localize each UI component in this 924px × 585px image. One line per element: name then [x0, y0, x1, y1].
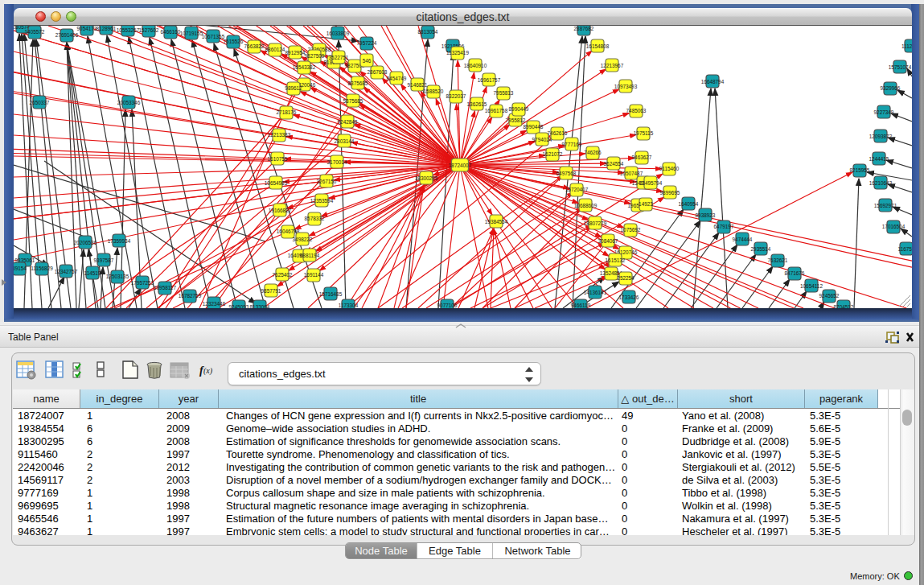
svg-text:9899695: 9899695 [660, 190, 680, 196]
svg-text:2935514: 2935514 [751, 246, 771, 252]
svg-text:1362615: 1362615 [467, 101, 487, 107]
svg-text:18724007: 18724007 [449, 163, 472, 168]
svg-text:3498222: 3498222 [293, 237, 313, 242]
svg-text:8133064: 8133064 [250, 304, 270, 308]
svg-text:8454749: 8454749 [387, 76, 407, 81]
svg-text:9777169: 9777169 [562, 142, 582, 147]
svg-text:16782759: 16782759 [179, 293, 202, 299]
svg-text:10671355: 10671355 [202, 34, 225, 39]
svg-text:9054173: 9054173 [77, 26, 97, 31]
svg-text:12353594: 12353594 [310, 198, 334, 204]
svg-text:10688609: 10688609 [574, 203, 598, 208]
svg-text:7663822: 7663822 [244, 43, 265, 49]
svg-text:8912954: 8912954 [285, 50, 306, 56]
svg-text:1075692: 1075692 [621, 227, 641, 233]
svg-text:8375685: 8375685 [348, 80, 368, 86]
svg-text:15692971: 15692971 [874, 203, 897, 208]
svg-text:8471676: 8471676 [785, 270, 805, 276]
svg-text:7632621: 7632621 [768, 257, 788, 263]
svg-text:18300295: 18300295 [415, 175, 438, 181]
svg-text:7515526: 7515526 [224, 39, 244, 44]
svg-text:17957253: 17957253 [131, 280, 154, 286]
svg-text:10654112: 10654112 [800, 283, 823, 289]
svg-text:2887682: 2887682 [574, 26, 594, 31]
svg-text:15716485: 15716485 [319, 291, 343, 297]
svg-text:1588520: 1588520 [424, 89, 444, 94]
svg-text:8990449: 8990449 [509, 106, 529, 112]
svg-text:12503135: 12503135 [106, 274, 129, 279]
svg-text:3084067: 3084067 [598, 238, 618, 244]
svg-text:8813054: 8813054 [418, 29, 438, 35]
svg-text:8215955: 8215955 [850, 167, 870, 173]
svg-text:18807279: 18807279 [584, 220, 607, 226]
svg-text:9242848: 9242848 [338, 119, 358, 125]
svg-text:15720407: 15720407 [565, 187, 589, 192]
svg-text:12342757: 12342757 [55, 269, 78, 274]
svg-text:14136141: 14136141 [584, 290, 607, 295]
svg-text:39154: 39154 [14, 266, 27, 271]
svg-text:116753: 116753 [898, 246, 912, 252]
svg-text:12213383: 12213383 [268, 132, 291, 138]
svg-text:1691144: 1691144 [304, 272, 324, 278]
svg-text:1621072: 1621072 [543, 151, 563, 157]
svg-text:27691406: 27691406 [55, 32, 79, 38]
svg-text:7955812: 7955812 [506, 117, 526, 123]
svg-text:1610755: 1610755 [268, 156, 288, 162]
svg-text:3624554: 3624554 [604, 161, 624, 167]
svg-text:8578332: 8578332 [305, 216, 325, 221]
svg-text:3267150: 3267150 [317, 179, 337, 184]
svg-text:7462616: 7462616 [548, 130, 568, 136]
svg-text:6479197: 6479197 [714, 224, 734, 229]
svg-text:16961758: 16961758 [485, 108, 508, 113]
svg-text:8990448: 8990448 [524, 124, 544, 130]
svg-text:9463627: 9463627 [632, 154, 652, 160]
svg-text:7957224: 7957224 [357, 40, 377, 46]
svg-text:9474444: 9474444 [733, 237, 753, 242]
svg-text:9146821: 9146821 [408, 82, 428, 88]
svg-text:1527602: 1527602 [139, 27, 159, 33]
svg-text:13495794: 13495794 [639, 180, 663, 186]
svg-text:16210643: 16210643 [869, 180, 893, 186]
svg-text:252254: 252254 [617, 275, 634, 281]
svg-text:10973493: 10973493 [614, 84, 638, 89]
svg-text:989612: 989612 [285, 85, 302, 91]
svg-text:20206536: 20206536 [74, 240, 97, 245]
svg-text:8322037: 8322037 [446, 93, 466, 99]
svg-text:19166827: 19166827 [269, 208, 292, 213]
svg-text:2718176: 2718176 [277, 109, 297, 115]
svg-text:1733426: 1733426 [619, 295, 639, 300]
svg-text:9794024: 9794024 [532, 137, 552, 142]
svg-text:10507487: 10507487 [620, 171, 643, 176]
svg-text:9397587: 9397587 [94, 257, 114, 263]
svg-text:18640910: 18640910 [464, 63, 487, 68]
svg-text:16648794: 16648794 [701, 79, 725, 84]
svg-text:746266: 746266 [584, 150, 602, 155]
svg-text:9077106: 9077106 [437, 303, 458, 308]
svg-text:2867608: 2867608 [368, 69, 388, 75]
svg-text:1615132: 1615132 [606, 257, 626, 263]
svg-text:1405572: 1405572 [25, 29, 45, 35]
svg-text:114519: 114519 [84, 270, 101, 276]
svg-text:2803144: 2803144 [335, 138, 355, 144]
svg-text:10654985: 10654985 [265, 180, 288, 186]
svg-text:9227349: 9227349 [874, 109, 894, 115]
svg-text:6497568: 6497568 [556, 171, 577, 176]
svg-text:16033809: 16033809 [326, 31, 350, 36]
svg-text:10719155: 10719155 [180, 31, 203, 36]
svg-text:9857791: 9857791 [261, 288, 281, 294]
svg-text:12093872: 12093872 [869, 134, 893, 139]
svg-text:15751074: 15751074 [889, 64, 912, 70]
svg-text:17016504: 17016504 [882, 224, 906, 229]
svg-text:17359934: 17359934 [108, 238, 131, 244]
svg-text:20053346: 20053346 [117, 100, 141, 105]
svg-text:14923: 14923 [639, 201, 653, 207]
svg-text:9827509: 9827509 [305, 53, 325, 59]
svg-text:7485063: 7485063 [626, 108, 647, 113]
svg-text:11325419: 11325419 [446, 50, 469, 56]
svg-text:10553267: 10553267 [117, 27, 140, 33]
svg-text:3170014: 3170014 [327, 159, 347, 165]
svg-text:8938923: 8938923 [696, 212, 716, 218]
svg-text:1112406: 1112406 [901, 43, 912, 49]
svg-text:7625402: 7625402 [273, 272, 293, 278]
svg-text:11156829: 11156829 [31, 266, 53, 271]
